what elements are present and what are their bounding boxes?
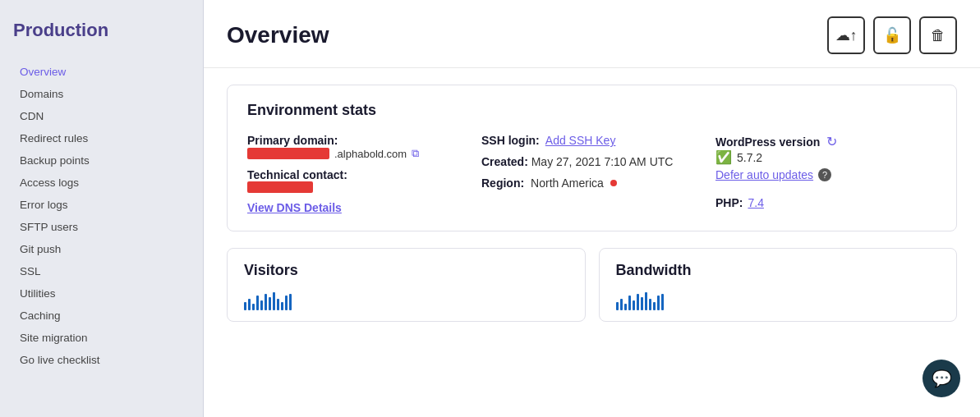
sidebar-item-access-logs[interactable]: Access logs [0,172,203,194]
sidebar-item-domains[interactable]: Domains [0,83,203,105]
visitors-sparkline [244,286,568,310]
php-section: PHP: 7.4 [715,196,936,209]
add-ssh-key-link[interactable]: Add SSH Key [545,134,616,147]
stats-col-3: WordPress version ↻ ✅ 5.7.2 Defer auto u… [715,134,936,214]
contact-row [247,181,468,193]
sidebar-nav: OverviewDomainsCDNRedirect rulesBackup p… [0,54,203,378]
header-actions: ☁↑ 🔓 🗑 [827,16,957,54]
sidebar: Production OverviewDomainsCDNRedirect ru… [0,0,204,417]
domain-suffix: .alphabold.com [334,148,407,160]
upload-button[interactable]: ☁↑ [827,16,865,54]
bandwidth-card-title: Bandwidth [616,262,941,279]
contact-redacted [247,181,313,193]
sidebar-item-utilities[interactable]: Utilities [0,282,203,305]
page-title: Overview [227,22,329,48]
sidebar-item-site-migration[interactable]: Site migration [0,327,203,349]
refresh-icon[interactable]: ↻ [826,134,837,149]
sidebar-item-go-live-checklist[interactable]: Go live checklist [0,349,203,371]
main-content: Environment stats Primary domain: .alpha… [204,68,980,417]
sidebar-item-cdn[interactable]: CDN [0,105,203,127]
created-value: May 27, 2021 7:10 AM UTC [531,155,674,168]
bottom-card-visitors: Visitors [227,248,586,322]
primary-domain-section: Primary domain: .alphabold.com ⧉ [247,134,468,160]
domain-redacted [247,148,329,159]
wp-version-label: WordPress version [715,135,820,149]
version-row: ✅ 5.7.2 [715,149,936,165]
chat-icon: 💬 [932,369,952,388]
domain-row: .alphabold.com ⧉ [247,147,468,160]
wp-version-section: WordPress version ↻ ✅ 5.7.2 Defer auto u… [715,134,936,181]
sidebar-item-redirect-rules[interactable]: Redirect rules [0,127,203,149]
environment-stats-card: Environment stats Primary domain: .alpha… [227,85,957,231]
chat-widget[interactable]: 💬 [922,360,960,397]
sidebar-item-error-logs[interactable]: Error logs [0,194,203,216]
main-panel: Overview ☁↑ 🔓 🗑 Environment stats [204,0,980,417]
region-label: Region: [481,176,524,190]
sidebar-item-caching[interactable]: Caching [0,305,203,327]
bandwidth-sparkline [616,286,941,310]
external-link-icon[interactable]: ⧉ [412,147,419,160]
created-label: Created: [481,155,528,168]
red-indicator [610,180,617,186]
stats-col-2: SSH login: Add SSH Key Created: May 27, … [481,134,702,214]
trash-icon: 🗑 [931,27,945,44]
sidebar-title: Production [13,20,190,41]
app-container: Production OverviewDomainsCDNRedirect ru… [0,0,980,417]
stats-card-title: Environment stats [247,102,936,119]
upload-icon: ☁↑ [835,26,858,44]
technical-contact-section: Technical contact: [247,168,468,193]
sidebar-item-git-push[interactable]: Git push [0,238,203,260]
sidebar-item-backup-points[interactable]: Backup points [0,149,203,172]
lock-button[interactable]: 🔓 [873,16,911,54]
bottom-card-bandwidth: Bandwidth [599,248,958,322]
view-dns-link[interactable]: View DNS Details [247,201,342,214]
stats-grid: Primary domain: .alphabold.com ⧉ Technic… [247,134,936,214]
ssh-login-label: SSH login: [481,134,540,147]
sidebar-item-overview[interactable]: Overview [0,61,203,83]
main-header: Overview ☁↑ 🔓 🗑 [204,0,980,68]
ssh-login-section: SSH login: Add SSH Key [481,134,702,147]
delete-button[interactable]: 🗑 [919,16,957,54]
sidebar-header: Production [0,0,203,54]
help-icon[interactable]: ? [818,168,831,181]
technical-contact-label: Technical contact: [247,168,347,181]
php-version-link[interactable]: 7.4 [748,196,763,209]
region-value: North America [531,176,604,190]
php-label: PHP: [715,196,743,209]
view-dns-section: View DNS Details [247,201,468,214]
defer-auto-link[interactable]: Defer auto updates [715,168,813,181]
region-section: Region: North America [481,176,702,190]
bottom-cards: VisitorsBandwidth [227,248,957,322]
visitors-card-title: Visitors [244,262,568,279]
sidebar-item-ssl[interactable]: SSL [0,260,203,282]
sidebar-item-sftp-users[interactable]: SFTP users [0,216,203,238]
lock-icon: 🔓 [883,26,901,44]
created-section: Created: May 27, 2021 7:10 AM UTC [481,155,702,168]
wp-version-header: WordPress version ↻ [715,134,936,149]
primary-domain-label: Primary domain: [247,134,338,147]
defer-row: Defer auto updates ? [715,168,936,181]
check-circle-icon: ✅ [715,149,732,165]
wp-version-value: 5.7.2 [737,151,762,164]
stats-col-1: Primary domain: .alphabold.com ⧉ Technic… [247,134,468,214]
